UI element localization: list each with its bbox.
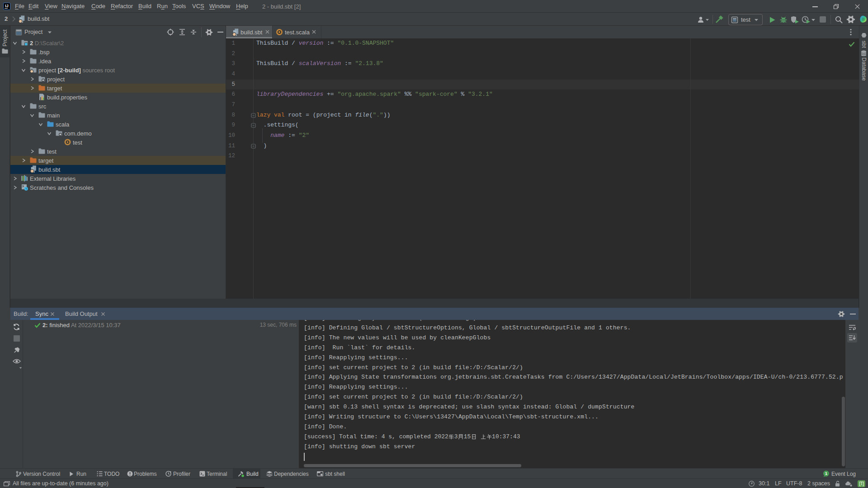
svg-text:1: 1 xyxy=(825,471,827,476)
